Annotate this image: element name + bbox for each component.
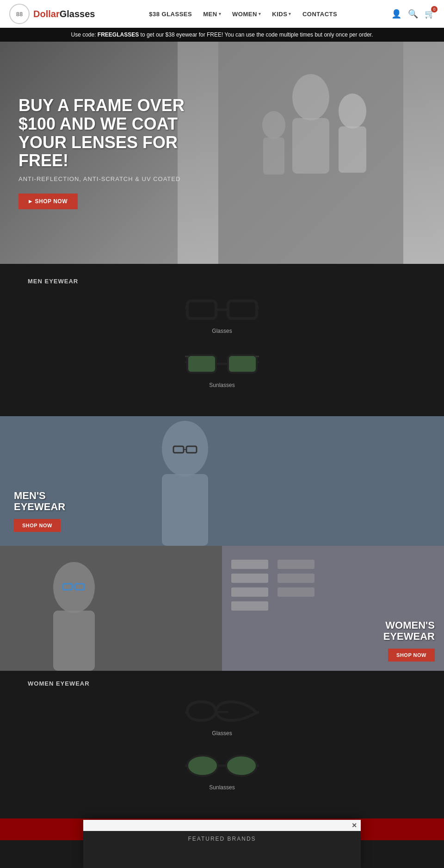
svg-rect-21 xyxy=(162,474,208,546)
main-nav: $38 GLASSES MEN ▾ WOMEN ▾ KIDS ▾ CONTACT… xyxy=(149,11,337,18)
logo[interactable]: 88 DollarGlasses xyxy=(9,4,95,24)
svg-rect-38 xyxy=(278,574,314,583)
logo-icon: 88 xyxy=(9,4,30,24)
men-sunglasses-item[interactable]: Sunlasses xyxy=(28,348,416,388)
women-banner-left[interactable] xyxy=(0,546,222,671)
women-glasses-label: Glasses xyxy=(212,730,232,737)
svg-rect-19 xyxy=(0,416,444,546)
popup-overlay: ✕ FEATURED BRANDS xyxy=(83,820,361,868)
nav-item-38glasses[interactable]: $38 GLASSES xyxy=(149,11,192,18)
svg-rect-27 xyxy=(53,611,95,671)
svg-rect-36 xyxy=(231,601,268,611)
women-banner-content: WOMEN'S EYEWEAR SHOP NOW xyxy=(383,620,435,662)
women-sunglasses-label: Sunlasses xyxy=(209,784,234,791)
hero-section: BUY A FRAME OVER $100 AND WE COAT YOUR L… xyxy=(0,42,444,264)
promo-code: FREEGLASSES xyxy=(98,31,139,38)
account-icon[interactable]: 👤 xyxy=(391,9,401,19)
popup-header: ✕ xyxy=(83,820,361,831)
hero-content: BUY A FRAME OVER $100 AND WE COAT YOUR L… xyxy=(0,96,222,209)
men-banner[interactable]: MEN'S EYEWEAR SHOP NOW xyxy=(0,416,444,546)
svg-rect-34 xyxy=(231,574,268,583)
men-sunglasses-image xyxy=(185,348,259,378)
nav-item-kids[interactable]: KIDS ▾ xyxy=(272,11,291,18)
svg-point-5 xyxy=(262,111,285,139)
svg-point-44 xyxy=(226,756,257,776)
site-header: 88 DollarGlasses $38 GLASSES MEN ▾ WOMEN… xyxy=(0,0,444,28)
popup-body: FEATURED BRANDS xyxy=(83,831,361,868)
women-banner-shop-button[interactable]: SHOP NOW xyxy=(388,649,435,662)
svg-rect-7 xyxy=(187,301,216,318)
men-sunglasses-label: Sunlasses xyxy=(209,382,234,388)
men-glasses-label: Glasses xyxy=(212,328,232,334)
women-sunglasses-item[interactable]: Sunlasses xyxy=(28,750,416,791)
chevron-down-icon: ▾ xyxy=(289,12,291,16)
men-banner-background xyxy=(0,416,444,546)
svg-point-20 xyxy=(162,421,208,476)
men-banner-shop-button[interactable]: SHOP NOW xyxy=(14,519,61,532)
men-eyewear-section: MEN EYEWEAR Glasses xyxy=(0,264,444,416)
svg-point-1 xyxy=(292,74,329,120)
svg-rect-4 xyxy=(339,126,366,173)
men-eyewear-title: MEN EYEWEAR xyxy=(28,278,416,285)
svg-rect-25 xyxy=(0,546,222,671)
cart-icon[interactable]: 🛒 0 xyxy=(425,9,435,19)
women-banner-right[interactable]: WOMEN'S EYEWEAR SHOP NOW xyxy=(222,546,444,671)
women-glasses-item[interactable]: Glasses xyxy=(28,696,416,737)
svg-rect-2 xyxy=(292,118,329,174)
svg-rect-8 xyxy=(228,301,257,318)
men-banner-content: MEN'S EYEWEAR SHOP NOW xyxy=(14,490,65,532)
svg-rect-33 xyxy=(231,560,268,569)
popup-close-button[interactable]: ✕ xyxy=(352,822,357,829)
svg-rect-35 xyxy=(231,587,268,597)
women-sunglasses-image xyxy=(185,750,259,781)
hero-title: BUY A FRAME OVER $100 AND WE COAT YOUR L… xyxy=(18,96,204,169)
men-glasses-image xyxy=(185,294,259,324)
svg-rect-39 xyxy=(278,587,314,597)
women-glasses-image xyxy=(185,696,259,726)
search-icon[interactable]: 🔍 xyxy=(408,9,418,19)
svg-point-26 xyxy=(53,562,95,613)
nav-item-contacts[interactable]: CONTACTS xyxy=(302,11,337,18)
chevron-down-icon: ▾ xyxy=(259,12,261,16)
header-icons: 👤 🔍 🛒 0 xyxy=(391,9,435,19)
hero-shop-now-button[interactable]: SHOP NOW xyxy=(18,194,78,209)
women-eyewear-section: WOMEN EYEWEAR Glasses xyxy=(0,671,444,818)
men-banner-title: MEN'S EYEWEAR xyxy=(14,490,65,512)
hero-subtitle: ANTI-REFLECTION, ANTI-SCRATCH & UV COATE… xyxy=(18,175,204,182)
nav-item-women[interactable]: WOMEN ▾ xyxy=(232,11,261,18)
logo-text: DollarGlasses xyxy=(33,9,95,19)
promo-bar: Use code: FREEGLASSES to get our $38 eye… xyxy=(0,28,444,42)
nav-item-men[interactable]: MEN ▾ xyxy=(203,11,221,18)
svg-rect-37 xyxy=(278,560,314,569)
men-glasses-item[interactable]: Glasses xyxy=(28,294,416,334)
banner-grid: MEN'S EYEWEAR SHOP NOW xyxy=(0,416,444,671)
women-banner-title: WOMEN'S EYEWEAR xyxy=(383,620,435,642)
cart-badge: 0 xyxy=(431,6,438,12)
popup-featured-title: FEATURED BRANDS xyxy=(83,836,361,842)
svg-point-3 xyxy=(339,94,366,129)
chevron-down-icon: ▾ xyxy=(219,12,222,16)
women-eyewear-title: WOMEN EYEWEAR xyxy=(28,680,416,687)
svg-rect-13 xyxy=(228,355,257,373)
svg-rect-6 xyxy=(263,137,284,175)
svg-rect-12 xyxy=(187,355,216,373)
svg-point-43 xyxy=(187,756,218,776)
